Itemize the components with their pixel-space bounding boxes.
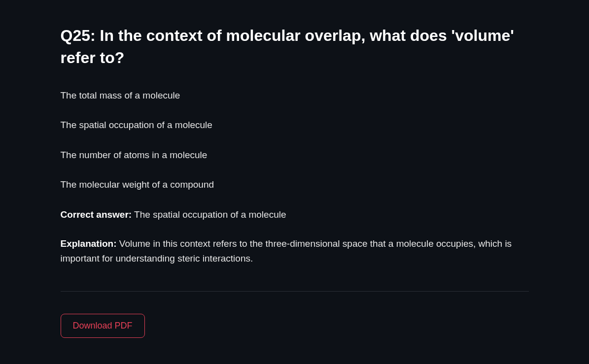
correct-answer-label: Correct answer: <box>61 209 132 220</box>
correct-answer-row: Correct answer: The spatial occupation o… <box>61 208 529 222</box>
option-4: The molecular weight of a compound <box>61 178 529 192</box>
explanation-text: Volume in this context refers to the thr… <box>61 238 512 264</box>
explanation-row: Explanation: Volume in this context refe… <box>61 236 529 266</box>
option-2: The spatial occupation of a molecule <box>61 118 529 132</box>
explanation-label: Explanation: <box>61 238 117 249</box>
correct-answer-text: The spatial occupation of a molecule <box>134 209 286 220</box>
option-1: The total mass of a molecule <box>61 89 529 103</box>
download-pdf-button[interactable]: Download PDF <box>61 314 145 338</box>
question-title: Q25: In the context of molecular overlap… <box>61 25 529 69</box>
option-3: The number of atoms in a molecule <box>61 148 529 163</box>
divider <box>61 291 529 292</box>
question-container: Q25: In the context of molecular overlap… <box>61 20 529 338</box>
